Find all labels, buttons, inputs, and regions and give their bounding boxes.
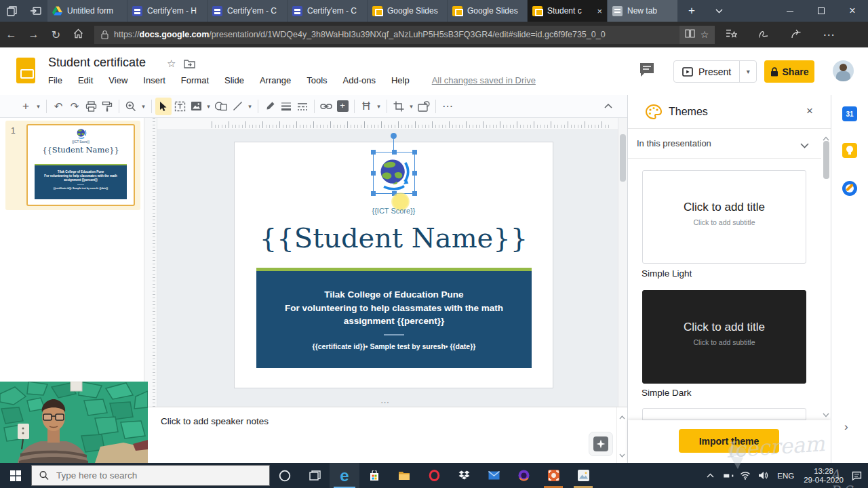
tab-untitled-form[interactable]: Untitled form [47, 0, 127, 22]
menu-format[interactable]: Format [181, 75, 209, 85]
resize-handle-nw[interactable] [371, 150, 376, 155]
add-comment-icon[interactable]: + [334, 100, 351, 112]
menu-addons[interactable]: Add-ons [343, 75, 376, 85]
slide-thumbnail[interactable]: {{ICT Score}} {{Student Name}} Tilak Col… [26, 124, 135, 206]
menu-file[interactable]: File [48, 75, 62, 85]
taskbar-search[interactable] [31, 465, 270, 486]
favorites-list-icon[interactable] [715, 28, 747, 41]
paint-format-icon[interactable] [99, 101, 115, 112]
menu-insert[interactable]: Insert [143, 75, 165, 85]
url-field[interactable]: https://docs.google.com/presentation/d/1… [94, 26, 715, 44]
tab-certifyem-3[interactable]: Certify'em - C [288, 0, 368, 22]
microsoft-store-icon[interactable] [359, 463, 389, 488]
line3-text[interactable]: assignment {{percent}} [256, 314, 532, 328]
menu-help[interactable]: Help [391, 75, 410, 85]
comment-history-icon[interactable] [639, 62, 655, 80]
slides-logo-icon[interactable] [16, 58, 35, 83]
chevron-down-icon[interactable] [800, 139, 809, 151]
border-dash-icon[interactable] [294, 102, 311, 111]
themes-scrollbar[interactable] [822, 131, 831, 420]
line2-text[interactable]: For volunteering to help classmates with… [256, 302, 532, 315]
crop-dropdown[interactable]: ▾ [407, 103, 416, 110]
subtitle-box[interactable]: Tilak College of Education Pune For volu… [256, 271, 532, 368]
mask-dropdown[interactable]: ▾ [374, 103, 383, 110]
photos-icon[interactable] [568, 463, 598, 488]
resize-handle-se[interactable] [412, 191, 417, 196]
tabs-preview-icon[interactable] [0, 0, 24, 22]
opera-icon[interactable] [419, 463, 449, 488]
present-main[interactable]: Present [674, 61, 739, 82]
in-this-presentation-row[interactable]: In this presentation [628, 129, 821, 159]
scroll-down-icon[interactable] [823, 408, 829, 420]
menu-slide[interactable]: Slide [224, 75, 244, 85]
notes-splitter-handle[interactable]: ⋯ [380, 397, 391, 407]
document-title[interactable]: Student certificate [48, 56, 146, 70]
theme-card-simple-dark[interactable]: Click to add title Click to add subtitle [642, 290, 806, 384]
speaker-notes-input[interactable]: Click to add speaker notes [161, 416, 269, 426]
menu-tools[interactable]: Tools [307, 75, 327, 85]
hide-side-panel-icon[interactable]: › [844, 420, 848, 434]
start-button[interactable] [0, 463, 31, 488]
save-status-link[interactable]: All changes saved in Drive [432, 75, 536, 85]
move-to-folder-icon[interactable] [184, 59, 195, 71]
reset-image-icon[interactable] [416, 101, 432, 112]
undo-icon[interactable]: ↶ [50, 100, 66, 113]
share-button[interactable]: Share [764, 60, 814, 83]
back-button[interactable]: ← [0, 28, 22, 41]
resize-handle-ne[interactable] [412, 150, 417, 155]
slide-editor[interactable]: {{ICT Score}} {{Student Name}} Tilak Col… [234, 142, 553, 388]
new-slide-dropdown[interactable]: ▾ [34, 103, 43, 110]
line-dropdown[interactable]: ▾ [245, 103, 254, 110]
scrollbar-thumb[interactable] [823, 141, 829, 179]
clock[interactable]: 13:28 29-04-2020 [800, 467, 848, 485]
print-icon[interactable] [83, 101, 99, 112]
more-toolbar-icon[interactable]: ⋯ [439, 100, 456, 113]
set-tabs-aside-icon[interactable] [24, 0, 47, 22]
refresh-button[interactable]: ↻ [45, 28, 67, 41]
menu-arrange[interactable]: Arrange [260, 75, 291, 85]
mail-icon[interactable] [479, 463, 509, 488]
mask-image-icon[interactable]: Ħ [358, 100, 374, 113]
hidden-icons-chevron[interactable] [701, 473, 719, 478]
text-box-icon[interactable] [172, 101, 188, 112]
battery-icon[interactable] [719, 472, 736, 480]
redo-icon[interactable]: ↷ [66, 100, 83, 113]
tasks-icon[interactable] [842, 181, 857, 196]
insert-image-icon[interactable] [188, 101, 204, 111]
explore-button[interactable] [589, 432, 613, 456]
insert-link-icon[interactable] [318, 103, 334, 110]
scroll-down-icon[interactable] [619, 448, 625, 460]
file-explorer-icon[interactable] [389, 463, 419, 488]
menu-view[interactable]: View [108, 75, 127, 85]
theme-card-partial[interactable] [642, 408, 806, 420]
select-tool-icon[interactable] [155, 98, 172, 115]
new-tab-button[interactable]: + [678, 4, 705, 18]
new-slide-button[interactable]: + [18, 100, 34, 113]
zoom-icon[interactable] [123, 101, 139, 112]
tab-certifyem-2[interactable]: Certify'em - C [208, 0, 288, 22]
language-indicator[interactable]: ENG [772, 472, 800, 480]
search-input[interactable] [55, 470, 262, 481]
reading-view-icon[interactable] [682, 29, 697, 40]
tab-student-certificate[interactable]: Student c × [528, 0, 608, 22]
minimize-button[interactable] [774, 0, 806, 22]
screen-recorder-icon[interactable] [538, 463, 568, 488]
tab-google-slides-1[interactable]: Google Slides [368, 0, 448, 22]
calendar-icon[interactable]: 31 [842, 106, 857, 121]
close-panel-icon[interactable]: × [806, 104, 813, 118]
import-theme-button[interactable]: Import theme [679, 429, 779, 453]
scrollbar-thumb[interactable] [620, 134, 626, 182]
cortana-icon[interactable] [270, 463, 300, 488]
tab-list-dropdown[interactable] [705, 7, 732, 15]
tab-certifyem-1[interactable]: Certify'em - H [127, 0, 208, 22]
theme-card-simple-light[interactable]: Click to add title Click to add subtitle [642, 170, 806, 264]
star-document-icon[interactable]: ☆ [167, 58, 176, 70]
task-view-icon[interactable] [300, 463, 330, 488]
resize-handle-e[interactable] [412, 171, 417, 176]
border-color-icon[interactable] [262, 101, 278, 112]
volume-icon[interactable] [754, 471, 772, 480]
account-avatar[interactable] [833, 60, 854, 81]
edge-icon[interactable]: e [330, 463, 359, 488]
favorite-star-icon[interactable]: ☆ [697, 29, 712, 40]
resize-handle-n[interactable] [392, 150, 397, 155]
